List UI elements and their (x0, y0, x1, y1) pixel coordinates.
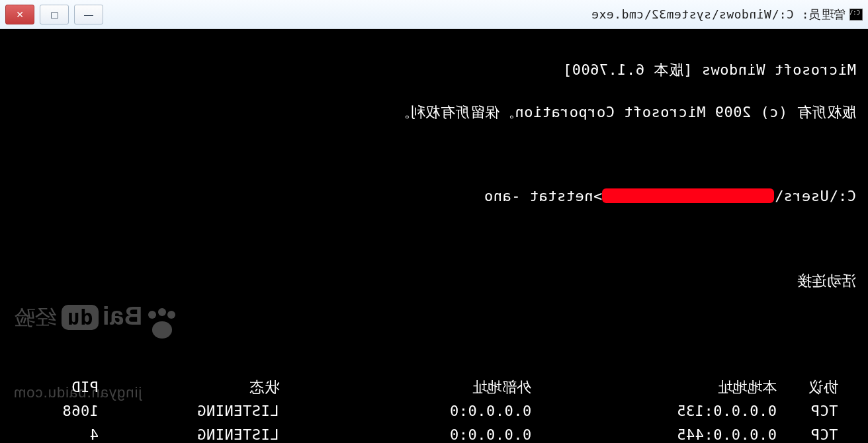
window-controls: — ▢ ✕ (5, 5, 103, 24)
col-proto: 协议 (777, 376, 856, 399)
table-row: TCP0.0.0.0:1350.0.0.0:0LISTENING1068 (12, 399, 856, 423)
cmd-icon: C:\ (849, 9, 863, 20)
cell-remote: 0.0.0.0:0 (279, 423, 532, 443)
col-remote: 外部地址 (279, 376, 532, 399)
col-state: 状态 (99, 376, 279, 399)
cell-remote: 0.0.0.0:0 (279, 399, 532, 423)
blank-line (12, 313, 856, 334)
cell-proto: TCP (777, 399, 856, 423)
cell-state: LISTENING (99, 423, 279, 443)
cell-proto: TCP (777, 423, 856, 443)
close-button[interactable]: ✕ (5, 5, 34, 24)
cell-local: 0.0.0.0:135 (531, 399, 777, 423)
prompt-line: C:\Users\>netstat -ano (12, 186, 856, 207)
prompt-command: >netstat -ano (484, 188, 603, 204)
minimize-button[interactable]: — (74, 5, 103, 24)
netstat-table: 协议 本地地址 外部地址 状态 PID TCP0.0.0.0:1350.0.0.… (12, 376, 856, 443)
col-pid: PID (12, 376, 99, 399)
netstat-header-row: 协议 本地地址 外部地址 状态 PID (12, 376, 856, 399)
blank-line (12, 143, 856, 165)
cell-pid: 1068 (12, 399, 99, 423)
window-title: 管理员: C:\Windows\system32\cmd.exe (591, 7, 846, 22)
cell-state: LISTENING (99, 399, 279, 423)
col-local: 本地地址 (531, 376, 777, 399)
window-titlebar: C:\ 管理员: C:\Windows\system32\cmd.exe — ▢… (0, 0, 868, 29)
cell-pid: 4 (12, 423, 99, 443)
maximize-icon: ▢ (50, 9, 59, 20)
title-left: C:\ 管理员: C:\Windows\system32\cmd.exe (591, 7, 863, 22)
table-row: TCP0.0.0.0:4450.0.0.0:0LISTENING4 (12, 423, 856, 443)
maximize-button[interactable]: ▢ (40, 5, 69, 24)
minimize-icon: — (84, 9, 93, 20)
os-version-line: Microsoft Windows [版本 6.1.7600] (12, 60, 856, 81)
terminal-output[interactable]: Microsoft Windows [版本 6.1.7600] 版权所有 (c)… (0, 29, 868, 443)
blank-line (12, 228, 856, 249)
cell-local: 0.0.0.0:445 (531, 423, 777, 443)
close-icon: ✕ (16, 9, 24, 20)
prompt-prefix: C:\Users\ (774, 188, 856, 204)
copyright-line: 版权所有 (c) 2009 Microsoft Corporation。保留所有… (12, 102, 856, 123)
redacted-username (602, 188, 774, 203)
section-title: 活动连接 (12, 270, 856, 292)
